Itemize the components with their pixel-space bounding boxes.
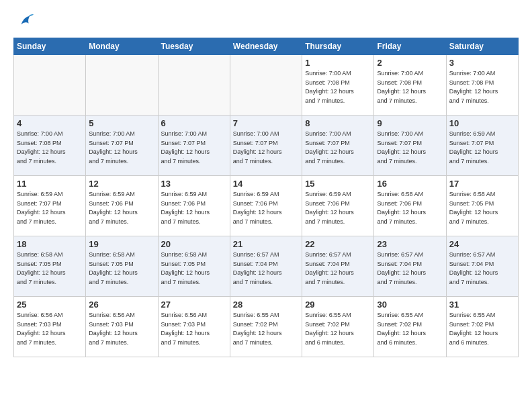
header (13, 11, 519, 30)
day-number: 30 (377, 300, 443, 310)
calendar-cell: 1Sunrise: 7:00 AMSunset: 7:08 PMDaylight… (302, 55, 374, 116)
day-number: 13 (161, 179, 227, 189)
day-number: 18 (17, 239, 83, 249)
day-number: 26 (89, 300, 154, 310)
day-number: 21 (233, 239, 299, 249)
day-number: 12 (89, 179, 154, 189)
day-number: 16 (377, 179, 443, 189)
header-friday: Friday (374, 38, 446, 55)
day-info: Sunrise: 6:57 AMSunset: 7:04 PMDaylight:… (449, 250, 515, 287)
day-info: Sunrise: 6:57 AMSunset: 7:04 PMDaylight:… (305, 250, 371, 287)
calendar-cell: 13Sunrise: 6:59 AMSunset: 7:06 PMDayligh… (158, 176, 230, 236)
day-info: Sunrise: 7:00 AMSunset: 7:07 PMDaylight:… (377, 130, 443, 166)
calendar-cell: 20Sunrise: 6:58 AMSunset: 7:05 PMDayligh… (158, 236, 230, 297)
logo (13, 11, 35, 30)
calendar-cell: 28Sunrise: 6:55 AMSunset: 7:02 PMDayligh… (230, 297, 302, 357)
calendar-cell: 17Sunrise: 6:58 AMSunset: 7:05 PMDayligh… (446, 176, 518, 236)
logo-bird-icon (16, 11, 35, 30)
day-info: Sunrise: 7:00 AMSunset: 7:08 PMDaylight:… (305, 69, 371, 105)
calendar-page: SundayMondayTuesdayWednesdayThursdayFrid… (0, 0, 532, 368)
day-number: 8 (305, 118, 371, 128)
day-number: 17 (449, 179, 515, 189)
day-number: 23 (377, 239, 443, 249)
day-number: 6 (161, 118, 227, 128)
day-number: 29 (305, 300, 371, 310)
calendar-cell: 25Sunrise: 6:56 AMSunset: 7:03 PMDayligh… (14, 297, 86, 357)
header-row: SundayMondayTuesdayWednesdayThursdayFrid… (14, 38, 519, 55)
calendar-cell (14, 55, 86, 116)
calendar-cell: 31Sunrise: 6:55 AMSunset: 7:02 PMDayligh… (446, 297, 518, 357)
day-info: Sunrise: 6:59 AMSunset: 7:06 PMDaylight:… (305, 190, 371, 226)
day-number: 25 (17, 300, 83, 310)
day-number: 27 (161, 300, 227, 310)
day-info: Sunrise: 6:58 AMSunset: 7:05 PMDaylight:… (89, 250, 154, 287)
day-info: Sunrise: 6:57 AMSunset: 7:04 PMDaylight:… (233, 250, 299, 287)
day-number: 19 (89, 239, 154, 249)
header-wednesday: Wednesday (230, 38, 302, 55)
calendar-cell (158, 55, 230, 116)
day-number: 5 (89, 118, 154, 128)
day-info: Sunrise: 6:58 AMSunset: 7:05 PMDaylight:… (449, 190, 515, 226)
day-info: Sunrise: 6:55 AMSunset: 7:02 PMDaylight:… (449, 311, 515, 347)
calendar-cell: 27Sunrise: 6:56 AMSunset: 7:03 PMDayligh… (158, 297, 230, 357)
header-saturday: Saturday (446, 38, 518, 55)
day-number: 24 (449, 239, 515, 249)
day-info: Sunrise: 6:58 AMSunset: 7:05 PMDaylight:… (17, 250, 83, 287)
day-number: 7 (233, 118, 299, 128)
day-info: Sunrise: 6:56 AMSunset: 7:03 PMDaylight:… (89, 311, 154, 347)
calendar-cell: 5Sunrise: 7:00 AMSunset: 7:07 PMDaylight… (86, 116, 158, 176)
day-info: Sunrise: 6:55 AMSunset: 7:02 PMDaylight:… (305, 311, 371, 347)
day-info: Sunrise: 7:00 AMSunset: 7:07 PMDaylight:… (161, 130, 227, 166)
header-thursday: Thursday (302, 38, 374, 55)
day-number: 4 (17, 118, 83, 128)
calendar-cell: 4Sunrise: 7:00 AMSunset: 7:08 PMDaylight… (14, 116, 86, 176)
day-info: Sunrise: 7:00 AMSunset: 7:07 PMDaylight:… (89, 130, 154, 166)
day-info: Sunrise: 6:59 AMSunset: 7:06 PMDaylight:… (233, 190, 299, 226)
day-info: Sunrise: 7:00 AMSunset: 7:08 PMDaylight:… (449, 69, 515, 105)
day-number: 11 (17, 179, 83, 189)
day-info: Sunrise: 6:56 AMSunset: 7:03 PMDaylight:… (17, 311, 83, 347)
calendar-cell: 24Sunrise: 6:57 AMSunset: 7:04 PMDayligh… (446, 236, 518, 297)
calendar-cell: 21Sunrise: 6:57 AMSunset: 7:04 PMDayligh… (230, 236, 302, 297)
day-info: Sunrise: 6:57 AMSunset: 7:04 PMDaylight:… (377, 250, 443, 287)
calendar-cell: 26Sunrise: 6:56 AMSunset: 7:03 PMDayligh… (86, 297, 158, 357)
day-info: Sunrise: 6:58 AMSunset: 7:06 PMDaylight:… (377, 190, 443, 226)
week-row-3: 11Sunrise: 6:59 AMSunset: 7:07 PMDayligh… (14, 176, 519, 236)
calendar-cell: 8Sunrise: 7:00 AMSunset: 7:07 PMDaylight… (302, 116, 374, 176)
calendar-cell: 16Sunrise: 6:58 AMSunset: 7:06 PMDayligh… (374, 176, 446, 236)
day-number: 14 (233, 179, 299, 189)
day-info: Sunrise: 6:55 AMSunset: 7:02 PMDaylight:… (233, 311, 299, 347)
day-info: Sunrise: 7:00 AMSunset: 7:08 PMDaylight:… (377, 69, 443, 105)
calendar-cell: 30Sunrise: 6:55 AMSunset: 7:02 PMDayligh… (374, 297, 446, 357)
calendar-cell: 12Sunrise: 6:59 AMSunset: 7:06 PMDayligh… (86, 176, 158, 236)
calendar-cell (230, 55, 302, 116)
calendar-cell: 6Sunrise: 7:00 AMSunset: 7:07 PMDaylight… (158, 116, 230, 176)
week-row-2: 4Sunrise: 7:00 AMSunset: 7:08 PMDaylight… (14, 116, 519, 176)
day-number: 31 (449, 300, 515, 310)
day-number: 22 (305, 239, 371, 249)
calendar-cell: 15Sunrise: 6:59 AMSunset: 7:06 PMDayligh… (302, 176, 374, 236)
calendar-cell: 18Sunrise: 6:58 AMSunset: 7:05 PMDayligh… (14, 236, 86, 297)
day-number: 9 (377, 118, 443, 128)
calendar-cell: 2Sunrise: 7:00 AMSunset: 7:08 PMDaylight… (374, 55, 446, 116)
day-info: Sunrise: 6:59 AMSunset: 7:06 PMDaylight:… (161, 190, 227, 226)
day-number: 10 (449, 118, 515, 128)
day-info: Sunrise: 6:59 AMSunset: 7:07 PMDaylight:… (17, 190, 83, 226)
calendar-table: SundayMondayTuesdayWednesdayThursdayFrid… (13, 38, 519, 357)
header-tuesday: Tuesday (158, 38, 230, 55)
day-info: Sunrise: 6:59 AMSunset: 7:07 PMDaylight:… (449, 130, 515, 166)
calendar-cell: 9Sunrise: 7:00 AMSunset: 7:07 PMDaylight… (374, 116, 446, 176)
day-info: Sunrise: 7:00 AMSunset: 7:07 PMDaylight:… (233, 130, 299, 166)
calendar-cell: 14Sunrise: 6:59 AMSunset: 7:06 PMDayligh… (230, 176, 302, 236)
day-info: Sunrise: 7:00 AMSunset: 7:08 PMDaylight:… (17, 130, 83, 166)
calendar-cell: 11Sunrise: 6:59 AMSunset: 7:07 PMDayligh… (14, 176, 86, 236)
calendar-cell: 10Sunrise: 6:59 AMSunset: 7:07 PMDayligh… (446, 116, 518, 176)
calendar-cell: 23Sunrise: 6:57 AMSunset: 7:04 PMDayligh… (374, 236, 446, 297)
day-info: Sunrise: 7:00 AMSunset: 7:07 PMDaylight:… (305, 130, 371, 166)
day-info: Sunrise: 6:59 AMSunset: 7:06 PMDaylight:… (89, 190, 154, 226)
calendar-cell: 22Sunrise: 6:57 AMSunset: 7:04 PMDayligh… (302, 236, 374, 297)
day-info: Sunrise: 6:55 AMSunset: 7:02 PMDaylight:… (377, 311, 443, 347)
header-monday: Monday (86, 38, 158, 55)
calendar-cell: 7Sunrise: 7:00 AMSunset: 7:07 PMDaylight… (230, 116, 302, 176)
header-sunday: Sunday (14, 38, 86, 55)
